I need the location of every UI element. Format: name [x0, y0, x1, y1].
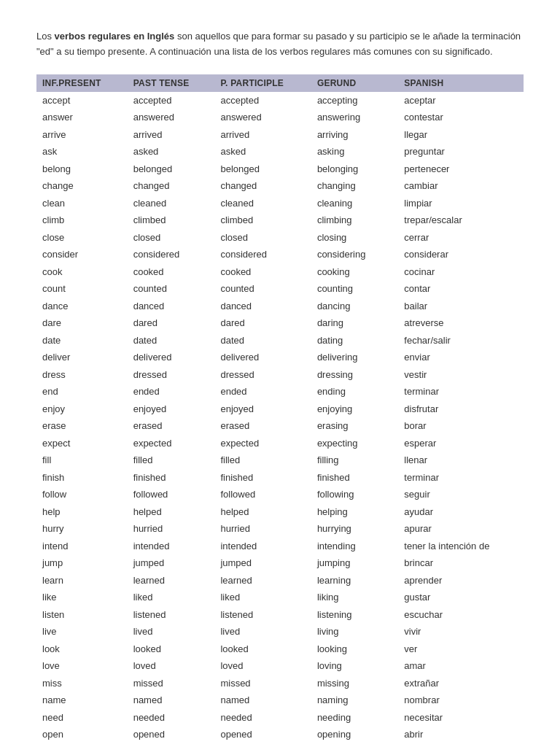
- table-row: looklookedlookedlookingver: [36, 640, 524, 658]
- table-cell-spanish: cocinar: [398, 263, 524, 281]
- table-row: arrivearrivedarrivedarrivingllegar: [36, 126, 524, 144]
- table-cell-gerund: closing: [311, 229, 398, 247]
- table-cell-gerund: belonging: [311, 160, 398, 178]
- table-row: considerconsideredconsideredconsideringc…: [36, 246, 524, 263]
- table-cell-p-participle: ordered: [214, 743, 311, 747]
- table-cell-spanish: gustar: [398, 589, 524, 606]
- table-row: orderorderedorderedorderingordenar: [36, 743, 524, 747]
- table-cell-past-tense: asked: [128, 143, 215, 160]
- column-header-spanish: SPANISH: [398, 74, 524, 92]
- table-cell-spanish: enviar: [398, 349, 524, 366]
- table-cell-infpresent: close: [36, 229, 128, 247]
- table-cell-gerund: needing: [311, 709, 398, 727]
- table-cell-gerund: helping: [311, 503, 398, 521]
- table-cell-spanish: ver: [398, 640, 524, 658]
- intro-bold-text: verbos regulares en Inglés: [55, 31, 175, 42]
- table-cell-p-participle: listened: [214, 606, 311, 624]
- table-cell-spanish: contar: [398, 280, 524, 298]
- table-row: climbclimbedclimbedclimbingtrepar/escala…: [36, 212, 524, 229]
- column-header-past-tense: PAST TENSE: [128, 74, 215, 92]
- table-cell-past-tense: cleaned: [128, 195, 215, 212]
- table-cell-gerund: learning: [311, 572, 398, 589]
- table-cell-past-tense: lived: [128, 623, 215, 640]
- table-row: eraseerasederasederasingborar: [36, 417, 524, 435]
- table-cell-past-tense: belonged: [128, 160, 215, 178]
- intro-paragraph: Los verbos regulares en Inglés son aquel…: [36, 29, 524, 60]
- table-cell-infpresent: arrive: [36, 126, 128, 144]
- table-row: acceptacceptedacceptedacceptingaceptar: [36, 92, 524, 109]
- table-row: lovelovedlovedlovingamar: [36, 657, 524, 675]
- column-header-infpresent: INF.PRESENT: [36, 74, 128, 92]
- table-cell-past-tense: listened: [128, 606, 215, 624]
- table-row: fillfilledfilledfillingllenar: [36, 452, 524, 469]
- table-cell-infpresent: like: [36, 589, 128, 606]
- table-cell-spanish: ordenar: [398, 743, 524, 747]
- table-cell-gerund: living: [311, 623, 398, 640]
- table-row: namenamednamednamingnombrar: [36, 692, 524, 709]
- table-cell-p-participle: dressed: [214, 366, 311, 384]
- table-cell-past-tense: ended: [128, 383, 215, 400]
- table-cell-p-participle: closed: [214, 229, 311, 247]
- table-row: changechangedchangedchangingcambiar: [36, 177, 524, 195]
- table-cell-past-tense: dared: [128, 314, 215, 332]
- table-cell-infpresent: deliver: [36, 349, 128, 366]
- table-cell-gerund: intending: [311, 538, 398, 555]
- table-row: openopenedopenedopeningabrir: [36, 726, 524, 743]
- table-cell-past-tense: finished: [128, 469, 215, 487]
- table-cell-spanish: terminar: [398, 383, 524, 400]
- table-cell-p-participle: ended: [214, 383, 311, 400]
- table-cell-spanish: seguir: [398, 486, 524, 503]
- table-cell-spanish: fechar/salir: [398, 332, 524, 349]
- table-cell-infpresent: dare: [36, 314, 128, 332]
- table-row: countcountedcountedcountingcontar: [36, 280, 524, 298]
- table-cell-gerund: following: [311, 486, 398, 503]
- table-cell-past-tense: helped: [128, 503, 215, 521]
- table-cell-spanish: pertenecer: [398, 160, 524, 178]
- table-cell-p-participle: named: [214, 692, 311, 709]
- table-cell-past-tense: danced: [128, 298, 215, 315]
- table-cell-past-tense: named: [128, 692, 215, 709]
- table-cell-spanish: nombrar: [398, 692, 524, 709]
- table-cell-infpresent: need: [36, 709, 128, 727]
- table-cell-spanish: escuchar: [398, 606, 524, 624]
- table-cell-past-tense: dated: [128, 332, 215, 349]
- table-row: answeransweredansweredansweringcontestar: [36, 109, 524, 126]
- table-cell-infpresent: date: [36, 332, 128, 349]
- table-cell-past-tense: answered: [128, 109, 215, 126]
- table-cell-past-tense: counted: [128, 280, 215, 298]
- table-cell-spanish: ayudar: [398, 503, 524, 521]
- table-cell-past-tense: ordered: [128, 743, 215, 747]
- table-cell-past-tense: dressed: [128, 366, 215, 384]
- table-cell-infpresent: open: [36, 726, 128, 743]
- table-cell-infpresent: jump: [36, 554, 128, 572]
- table-row: livelivedlivedlivingvivir: [36, 623, 524, 640]
- table-cell-infpresent: intend: [36, 538, 128, 555]
- table-cell-p-participle: opened: [214, 726, 311, 743]
- table-cell-infpresent: listen: [36, 606, 128, 624]
- table-cell-gerund: finished: [311, 469, 398, 487]
- table-cell-spanish: borar: [398, 417, 524, 435]
- table-cell-gerund: dating: [311, 332, 398, 349]
- table-cell-gerund: filling: [311, 452, 398, 469]
- table-cell-past-tense: climbed: [128, 212, 215, 229]
- table-cell-spanish: limpiar: [398, 195, 524, 212]
- table-cell-past-tense: intended: [128, 538, 215, 555]
- table-cell-spanish: abrir: [398, 726, 524, 743]
- table-cell-infpresent: ask: [36, 143, 128, 160]
- table-cell-spanish: vestir: [398, 366, 524, 384]
- table-cell-infpresent: belong: [36, 160, 128, 178]
- table-cell-infpresent: climb: [36, 212, 128, 229]
- table-cell-past-tense: arrived: [128, 126, 215, 144]
- table-cell-spanish: preguntar: [398, 143, 524, 160]
- table-cell-infpresent: finish: [36, 469, 128, 487]
- table-cell-past-tense: filled: [128, 452, 215, 469]
- table-cell-p-participle: danced: [214, 298, 311, 315]
- table-cell-p-participle: asked: [214, 143, 311, 160]
- table-cell-p-participle: counted: [214, 280, 311, 298]
- table-cell-past-tense: jumped: [128, 554, 215, 572]
- table-cell-spanish: esperar: [398, 435, 524, 452]
- table-cell-infpresent: consider: [36, 246, 128, 263]
- table-cell-infpresent: dress: [36, 366, 128, 384]
- table-cell-p-participle: climbed: [214, 212, 311, 229]
- table-cell-spanish: trepar/escalar: [398, 212, 524, 229]
